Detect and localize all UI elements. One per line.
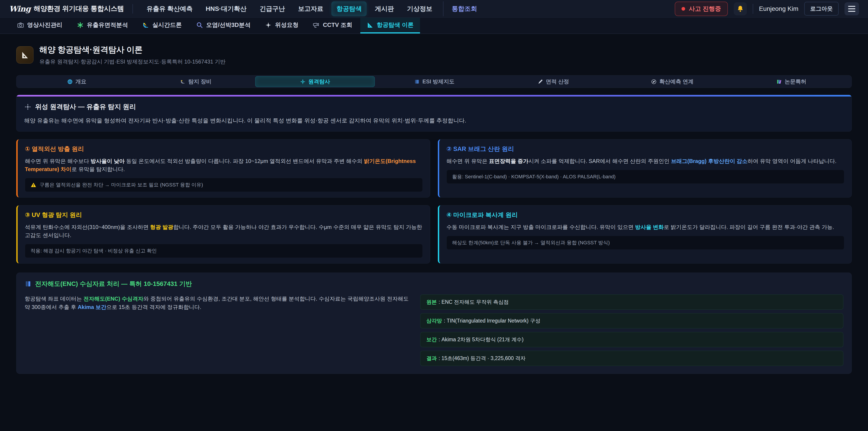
tab-papers-patents[interactable]: 논문특허: [732, 76, 851, 87]
nav-item-emergency-rescue[interactable]: 긴급구난: [254, 1, 290, 16]
subtab-satellite-request[interactable]: 위성요청: [258, 18, 305, 33]
tab-area-calculation[interactable]: 면적 산정: [494, 76, 613, 87]
camera-icon: [17, 22, 24, 29]
compass-icon: [651, 79, 657, 85]
remote-sensing-section: 위성 원격탐사 — 유출유 탐지 원리 해양 유출유는 해수면에 유막을 형성하…: [16, 95, 852, 131]
user-name: Eunjeong Kim: [759, 5, 798, 12]
tab-overview[interactable]: 개요: [17, 76, 136, 87]
enc-row-result: 결과: 15초(463m) 등간격 · 3,225,600 격자: [420, 351, 843, 366]
magnifier-icon: [196, 22, 203, 29]
remote-section-title: 위성 원격탐사 — 유출유 탐지 원리: [35, 102, 136, 112]
card-title: ① 열적외선 방출 원리: [25, 145, 423, 153]
remote-section-description: 해양 유출유는 해수면에 유막을 형성하여 전자기파 반사·방출·산란 특성을 …: [24, 116, 844, 125]
page-subtitle: 유출유 원격탐지·항공감시 기법·ESI 방제정보지도·등록특허 10-1567…: [39, 58, 225, 65]
card-note: 구름은 열적외선을 완전 차단 → 마이크로파 보조 필요 (NGSST 융합 …: [25, 178, 423, 192]
warning-icon: [31, 182, 36, 188]
tab-detection-equipment[interactable]: 탐지 장비: [136, 76, 255, 87]
card-title: ④ 마이크로파 복사계 원리: [446, 211, 844, 219]
incident-status-badge: 사고 진행중: [675, 2, 728, 16]
remote-section-title-row: 위성 원격탐사 — 유출유 탐지 원리: [24, 102, 844, 112]
sparkle-icon: [265, 22, 272, 29]
globe-icon: [67, 79, 73, 85]
divider: [132, 4, 133, 13]
card-body: 석유계 탄화수소에 자외선(310~400nm)을 조사하면 형광 발광합니다.…: [25, 223, 423, 239]
topbar-right: 사고 진행중 Eunjeong Kim 로그아웃: [675, 2, 859, 16]
enc-process-rows: 원본: ENC 전자해도 무작위 측심점 삼각망: TIN(Triangulat…: [420, 295, 843, 366]
card-body: 수동 마이크로파 복사계는 지구 방출 마이크로파를 수신합니다. 유막이 있으…: [446, 223, 844, 231]
nav-item-reports[interactable]: 보고자료: [293, 1, 328, 16]
card-body: 해수면 위 유막은 표면장력을 증가시켜 소파를 억제합니다. SAR에서 해수…: [446, 157, 844, 165]
bell-icon: [737, 5, 744, 12]
hamburger-icon: [848, 6, 855, 7]
subtab-pollution-3d-analysis[interactable]: 오염/선박3D분석: [190, 18, 257, 33]
section-tab-bar: 개요 탐지 장비 원격탐사 ESI 방제지도 면적 산정 확산예측 연계 논문특…: [16, 75, 852, 88]
card-body: 해수면 위 유막은 해수보다 방사율이 낮아 동일 온도에서도 적외선 방출량이…: [25, 157, 423, 173]
subtab-photo-management[interactable]: 영상사진관리: [11, 18, 69, 33]
page-header-icon-box: [16, 46, 33, 63]
enc-section-title: 전자해도(ENC) 수심자료 처리 — 특허 10-1567431 기반: [35, 280, 192, 288]
sub-tab-bar: 영상사진관리 유출유면적분석 실시간드론 오염/선박3D분석 위성요청 CCTV…: [0, 18, 868, 34]
tab-remote-sensing[interactable]: 원격탐사: [255, 76, 375, 87]
page-title: 해양 항공탐색·원격탐사 이론: [39, 44, 225, 55]
card-note: 해상도 한계(50km)로 단독 사용 불가 → 열적외선과 융합 (NGSST…: [446, 236, 844, 250]
set-square-icon: [367, 22, 373, 29]
tab-esi-map[interactable]: ESI 방제지도: [375, 76, 494, 87]
page-header-text: 해양 항공탐색·원격탐사 이론 유출유 원격탐지·항공감시 기법·ESI 방제정…: [39, 44, 225, 65]
nav-item-hns-diffusion[interactable]: HNS·대기확산: [201, 1, 251, 16]
nav-item-aerial-search[interactable]: 항공탐색: [331, 1, 367, 16]
page-header: 해양 항공탐색·원격탐사 이론 유출유 원격탐지·항공감시 기법·ESI 방제정…: [16, 44, 852, 65]
satellite-dish-icon: [143, 22, 149, 29]
top-bar: Wing 해양환경 위기대응 통합시스템 유출유 확산예측 HNS·대기확산 긴…: [0, 0, 868, 18]
satellite-icon: [24, 103, 31, 111]
flower-icon: [77, 22, 84, 29]
notifications-button[interactable]: [734, 2, 747, 16]
enc-section-title-row: 전자해도(ENC) 수심자료 처리 — 특허 10-1567431 기반: [25, 280, 843, 288]
card-note: 적용: 해경 감시 항공기 야간 탐색 · 비정상 유출 신고 확인: [25, 244, 423, 258]
incident-status-label: 사고 진행중: [689, 5, 721, 13]
subtab-aerial-search-theory[interactable]: 항공탐색 이론: [360, 18, 420, 33]
main-nav: 유출유 확산예측 HNS·대기확산 긴급구난 보고자료 항공탐색 게시판 기상정…: [142, 1, 675, 16]
card-uv-fluorescence: ③ UV 형광 탐지 원리 석유계 탄화수소에 자외선(310~400nm)을 …: [16, 205, 430, 264]
nav-item-weather-info[interactable]: 기상정보: [402, 1, 437, 16]
enc-depth-data-section: 전자해도(ENC) 수심자료 처리 — 특허 10-1567431 기반 항공탐…: [16, 273, 852, 374]
book-icon: [414, 79, 420, 85]
wing-logo: Wing: [9, 4, 31, 13]
card-sar-bragg: ② SAR 브래그 산란 원리 해수면 위 유막은 표면장력을 증가시켜 소파를…: [438, 139, 852, 197]
subtab-realtime-drone[interactable]: 실시간드론: [136, 18, 188, 33]
card-title: ③ UV 형광 탐지 원리: [25, 211, 423, 219]
nav-item-spill-prediction[interactable]: 유출유 확산예측: [142, 1, 197, 16]
enc-row-tin: 삼각망: TIN(Triangulated Irregular Network)…: [420, 313, 843, 329]
tab-diffusion-link[interactable]: 확산예측 연계: [613, 76, 732, 87]
books-icon: [776, 79, 782, 85]
red-dot-icon: [682, 7, 685, 11]
gradient-accent-bar: [17, 95, 851, 96]
book-icon: [25, 280, 31, 287]
nav-item-board[interactable]: 게시판: [370, 1, 399, 16]
cctv-icon: [313, 22, 320, 29]
subtab-oil-area-analysis[interactable]: 유출유면적분석: [70, 18, 134, 33]
card-thermal-infrared: ① 열적외선 방출 원리 해수면 위 유막은 해수보다 방사율이 낮아 동일 온…: [16, 139, 430, 197]
pen-icon: [537, 79, 543, 85]
satellite-icon: [300, 79, 306, 85]
enc-row-source: 원본: ENC 전자해도 무작위 측심점: [420, 295, 843, 310]
divider: [753, 4, 753, 14]
card-title: ② SAR 브래그 산란 원리: [446, 145, 844, 153]
set-square-icon: [20, 51, 29, 59]
brand-title: 해양환경 위기대응 통합시스템: [34, 4, 124, 13]
nav-item-integrated-search[interactable]: 통합조회: [443, 1, 482, 16]
main-content: 해양 항공탐색·원격탐사 이론 유출유 원격탐지·항공감시 기법·ESI 방제정…: [0, 34, 868, 374]
satellite-dish-icon: [180, 79, 186, 85]
subtab-cctv-view[interactable]: CCTV 조회: [307, 18, 359, 33]
principle-cards-grid: ① 열적외선 방출 원리 해수면 위 유막은 해수보다 방사율이 낮아 동일 온…: [16, 139, 852, 264]
enc-description: 항공탐색 좌표 데이터는 전자해도(ENC) 수심격자와 중첩되어 유출유의 수…: [25, 295, 409, 311]
card-microwave-radiometer: ④ 마이크로파 복사계 원리 수동 마이크로파 복사계는 지구 방출 마이크로파…: [438, 205, 852, 264]
enc-row-interpolation: 보간: Akima 2차원 5차다항식 (21개 계수): [420, 332, 843, 347]
logout-button[interactable]: 로그아웃: [804, 2, 839, 16]
card-note: 활용: Sentinel-1(C-band) · KOMPSAT-5(X-ban…: [446, 170, 844, 184]
brand: Wing 해양환경 위기대응 통합시스템: [9, 4, 124, 13]
hamburger-menu-button[interactable]: [844, 2, 859, 16]
